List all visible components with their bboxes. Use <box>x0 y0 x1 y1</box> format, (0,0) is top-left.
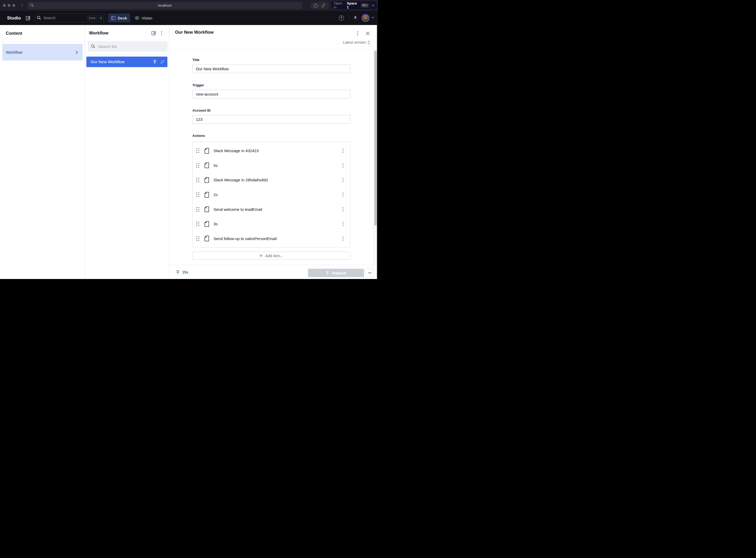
drag-handle-icon[interactable] <box>196 177 200 182</box>
browser-extensions-group <box>310 2 329 9</box>
actions-field: Actions <box>193 134 350 138</box>
help-button[interactable]: ? <box>339 15 344 21</box>
user-menu-chevron-down-icon[interactable] <box>372 17 374 19</box>
eye-icon <box>134 16 140 20</box>
action-menu-button[interactable] <box>339 176 347 184</box>
published-icon <box>153 60 157 64</box>
drag-handle-icon[interactable] <box>196 207 200 212</box>
action-menu-button[interactable] <box>339 191 347 199</box>
document-form: Title Trigger Account ID Actions Slack M… <box>169 49 377 265</box>
window-minimize-button[interactable] <box>8 4 10 7</box>
drag-handle-icon[interactable] <box>196 163 200 168</box>
action-item-label: Slack Message in 432423 <box>213 148 339 153</box>
create-workflow-button[interactable] <box>150 29 158 37</box>
action-item-label: Send welcome to leadEmail <box>213 207 339 212</box>
sidebar-item-workflow[interactable]: Workflow <box>2 44 83 60</box>
action-row[interactable]: Slack Message in 28hdaihs892 <box>193 173 350 187</box>
publish-status: 15s <box>176 269 188 276</box>
field-trigger-label: Trigger <box>193 83 350 87</box>
add-item-label: Add item... <box>265 254 283 258</box>
action-menu-button[interactable] <box>339 234 347 243</box>
scrollbar-track[interactable] <box>374 50 377 265</box>
document-icon <box>204 148 209 154</box>
global-search-input[interactable] <box>43 16 85 20</box>
publish-options-button[interactable] <box>366 269 374 277</box>
field-trigger: Trigger <box>193 83 350 98</box>
compose-icon <box>26 16 31 21</box>
action-row[interactable]: 2s <box>193 187 350 202</box>
action-row[interactable]: Send follow-up to salesPersonEmail <box>193 231 350 246</box>
new-document-button[interactable] <box>25 15 31 21</box>
action-menu-button[interactable] <box>339 147 347 155</box>
document-title: Our New Workflow <box>175 30 213 35</box>
browser-bar: ‹ localhost Open in Space 1 ⌘O <box>0 0 378 11</box>
action-menu-button[interactable] <box>339 220 347 228</box>
url-bar[interactable]: localhost <box>27 2 302 9</box>
close-icon <box>366 32 370 35</box>
add-item-button[interactable]: Add item... <box>193 252 350 260</box>
drag-handle-icon[interactable] <box>196 236 200 241</box>
content-pane-title: Content <box>6 31 22 36</box>
kebab-icon <box>343 236 344 241</box>
kebab-icon <box>357 31 358 36</box>
action-row[interactable]: Slack Message in 432423 <box>193 144 350 158</box>
window-zoom-button[interactable] <box>12 4 15 7</box>
tab-vision[interactable]: Vision <box>132 14 155 22</box>
version-selector[interactable]: Latest version <box>343 40 370 45</box>
list-search-input[interactable] <box>98 44 164 49</box>
action-item-label: 2s <box>213 193 339 197</box>
action-row[interactable]: 5s <box>193 158 350 173</box>
close-pane-button[interactable] <box>364 29 372 37</box>
field-title-input[interactable] <box>193 65 350 73</box>
field-account-id-input[interactable] <box>193 115 350 124</box>
drag-handle-icon[interactable] <box>196 221 200 226</box>
tab-desk[interactable]: Desk <box>108 14 130 22</box>
chevron-down-icon[interactable] <box>372 4 375 6</box>
global-search-field[interactable]: Cmd K <box>34 14 106 22</box>
desk-icon <box>111 16 116 20</box>
field-trigger-input[interactable] <box>193 90 350 98</box>
drag-handle-icon[interactable] <box>196 148 200 153</box>
open-in-space-button[interactable]: Open in Space 1 ⌘O <box>331 1 377 9</box>
compose-icon <box>151 30 156 35</box>
list-item-our-new-workflow[interactable]: Our New Workflow <box>86 57 168 67</box>
studio-brand: Studio <box>7 16 21 21</box>
pane-menu-button[interactable] <box>158 29 166 37</box>
document-icon <box>204 192 209 198</box>
action-item-label: Slack Message in 28hdaihs892 <box>213 178 339 182</box>
action-item-label: 3s <box>213 222 339 226</box>
field-title: Title <box>193 58 350 73</box>
action-menu-button[interactable] <box>339 205 347 213</box>
actions-list: Slack Message in 432423 5s Slack Message… <box>193 142 350 248</box>
publish-countdown: 15s <box>182 270 188 274</box>
drag-handle-icon[interactable] <box>196 192 200 197</box>
action-row[interactable]: 3s <box>193 217 350 231</box>
workflow-pane-header: Workflow <box>85 25 169 41</box>
notifications-badge[interactable]: 0 <box>352 15 358 21</box>
extension-puzzle-icon[interactable] <box>313 3 318 8</box>
avatar[interactable] <box>362 14 369 22</box>
document-icon <box>204 221 209 227</box>
question-mark-icon: ? <box>341 16 342 20</box>
action-menu-button[interactable] <box>339 161 347 169</box>
shortcut-k-key: K <box>98 16 104 20</box>
open-in-shortcut: ⌘O <box>361 3 369 8</box>
document-menu-button[interactable] <box>354 29 362 37</box>
action-row[interactable]: Send welcome to leadEmail <box>193 202 350 217</box>
sidebar-item-label: Workflow <box>6 50 76 55</box>
scrollbar-thumb[interactable] <box>374 51 377 226</box>
browser-back-button[interactable]: ‹ <box>20 2 24 8</box>
action-item-label: Send follow-up to salesPersonEmail <box>213 236 339 241</box>
publish-button[interactable]: Publish <box>308 269 364 277</box>
window-close-button[interactable] <box>3 4 6 7</box>
kebab-icon <box>343 178 344 182</box>
document-footer: 15s Publish <box>169 265 377 279</box>
open-in-prefix: Open in <box>334 1 346 9</box>
document-icon <box>204 206 209 212</box>
copy-link-icon[interactable] <box>321 3 326 8</box>
kebab-icon <box>343 193 344 197</box>
action-item-label: 5s <box>213 163 339 168</box>
list-search-field[interactable] <box>88 41 168 52</box>
field-account-id: Account ID <box>193 108 350 124</box>
open-in-space-name: Space 1 <box>347 1 359 9</box>
